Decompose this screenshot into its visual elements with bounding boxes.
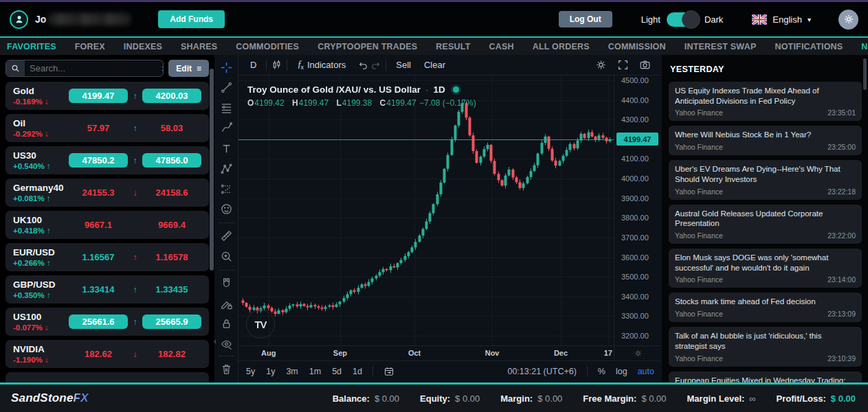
clear-button[interactable]: Clear <box>419 58 451 71</box>
nav-tab[interactable]: CRYPTO <box>318 42 354 52</box>
bid-price[interactable]: 4199.47 <box>69 89 128 103</box>
news-scrollbar[interactable] <box>863 58 867 90</box>
bid-price[interactable]: 25661.6 <box>69 314 128 329</box>
watchlist-row[interactable]: UK100 +0.418% ↑ 9667.1 9669.4 <box>5 211 209 239</box>
chart-type-candles-icon[interactable] <box>271 59 282 71</box>
bid-price[interactable]: 1.16567 <box>69 250 128 264</box>
watchlist-row[interactable]: US100 -0.077% ↓ 25661.6 ↑ 25665.9 <box>5 308 209 336</box>
ask-price[interactable]: 1.16578 <box>142 250 201 264</box>
toolbar-collapse-icon[interactable]: ‹ <box>214 336 219 346</box>
bid-price[interactable]: 182.62 <box>69 347 128 361</box>
bid-price[interactable]: 57.97 <box>69 121 128 135</box>
symbol-title[interactable]: Troy Ounce of Gold /XAU/ vs. US Dollar ·… <box>247 84 476 95</box>
watchlist-row[interactable]: NVIDIA -1.190% ↓ 182.62 ↓ 182.82 <box>5 340 209 368</box>
ask-price[interactable]: 47856.0 <box>142 153 201 168</box>
bid-price[interactable]: 446.07 <box>69 379 128 382</box>
undo-icon[interactable] <box>357 60 368 71</box>
measure-tool-icon[interactable] <box>216 227 236 245</box>
ask-price[interactable]: 24158.6 <box>142 185 201 200</box>
nav-tab[interactable]: SHARES <box>181 42 217 52</box>
emoji-tool-icon[interactable] <box>216 200 236 218</box>
auto-scale-button[interactable]: auto <box>638 367 654 376</box>
log-scale-button[interactable]: log <box>616 367 627 376</box>
ask-price[interactable]: 446.56 <box>142 379 201 382</box>
nav-tab[interactable]: COMMISSION <box>608 42 666 52</box>
brand-logo[interactable]: SandStoneFX <box>11 391 89 405</box>
price-axis[interactable]: 4199.47 4500.004400.004300.004100.004000… <box>614 76 662 345</box>
news-item[interactable]: Talk of an AI bubble is just 'ridiculous… <box>669 327 862 366</box>
nav-tab[interactable]: NOTIFICATIONS <box>775 42 843 52</box>
theme-toggle[interactable] <box>667 12 698 27</box>
redo-icon[interactable] <box>370 60 381 71</box>
remove-drawings-trash-icon[interactable] <box>216 360 236 378</box>
range-button[interactable]: 1d <box>353 367 362 376</box>
range-button[interactable]: 1m <box>309 367 321 376</box>
user-avatar[interactable] <box>10 10 28 29</box>
lock-all-tool-icon[interactable] <box>216 315 236 333</box>
time-axis[interactable]: AugSepOctNovDec17 <box>238 345 662 360</box>
nav-tab[interactable]: FOREX <box>75 42 105 52</box>
nav-tab[interactable]: INDEXES <box>124 42 162 52</box>
news-item[interactable]: Elon Musk says DOGE was only 'somewhat s… <box>669 249 862 288</box>
fullscreen-icon[interactable] <box>617 59 629 71</box>
edit-watchlist-button[interactable]: Edit ≡ <box>168 60 209 77</box>
percent-scale-button[interactable]: % <box>598 367 605 376</box>
news-item[interactable]: Austral Gold Releases Updated Corporate … <box>669 205 862 244</box>
watchlist-row[interactable]: Tesla 446.07 ↓ 446.56 <box>5 372 209 382</box>
go-to-date-icon[interactable] <box>383 366 394 377</box>
chart-settings-gear-icon[interactable] <box>595 59 607 71</box>
sell-button[interactable]: Sell <box>390 58 416 71</box>
news-item[interactable]: Where Will Nebius Stock Be in 1 Year? Ya… <box>669 126 862 155</box>
axis-settings-icon[interactable] <box>614 346 662 360</box>
news-item[interactable]: European Equities Mixed in Wednesday Tra… <box>669 371 862 382</box>
language-selector[interactable]: English ▾ <box>752 14 811 25</box>
nav-tab[interactable]: ALL ORDERS <box>533 42 590 52</box>
watchlist-row[interactable]: Germany40 +0.081% ↑ 24155.3 ↓ 24158.6 <box>5 179 209 207</box>
ask-price[interactable]: 182.82 <box>142 347 201 361</box>
range-button[interactable]: 3m <box>286 367 298 376</box>
bid-price[interactable]: 1.33414 <box>69 282 128 297</box>
watchlist-row[interactable]: Oil -0.292% ↓ 57.97 ↑ 58.03 <box>5 114 209 142</box>
watchlist-scrollbar[interactable] <box>210 69 214 271</box>
screenshot-camera-icon[interactable] <box>639 59 651 71</box>
watchlist-row[interactable]: US30 +0.540% ↑ 47850.2 ↑ 47856.0 <box>5 146 209 174</box>
news-item[interactable]: US Equity Indexes Trade Mixed Ahead of A… <box>669 82 862 121</box>
forecast-tool-icon[interactable] <box>216 180 236 198</box>
nav-tab[interactable]: NEWS <box>861 42 868 52</box>
add-funds-button[interactable]: Add Funds <box>158 10 225 28</box>
fib-retracement-tool-icon[interactable] <box>216 99 236 117</box>
clock-timezone[interactable]: 00:13:21 (UTC+6) <box>507 367 576 376</box>
range-button[interactable]: 1y <box>266 367 275 376</box>
text-tool-icon[interactable] <box>216 139 236 157</box>
brush-tool-icon[interactable] <box>216 119 236 137</box>
search-input[interactable] <box>25 63 155 73</box>
bid-price[interactable]: 9667.1 <box>69 218 128 232</box>
log-out-button[interactable]: Log Out <box>559 11 612 27</box>
nav-tab[interactable]: COMMODITIES <box>236 42 299 52</box>
nav-tab[interactable]: FAVORITES <box>7 42 56 52</box>
ask-price[interactable]: 1.33435 <box>142 282 201 297</box>
news-item[interactable]: Uber's EV Dreams Are Dying--Here's Why T… <box>669 160 862 199</box>
interval-button[interactable]: D <box>245 58 262 71</box>
range-button[interactable]: 5y <box>246 367 255 376</box>
watchlist-row[interactable]: Gold -0.169% ↓ 4199.47 ↑ 4200.03 <box>5 82 209 110</box>
watchlist-row[interactable]: GBP/USD +0.350% ↑ 1.33414 ↑ 1.33435 <box>5 275 209 304</box>
bid-price[interactable]: 47850.2 <box>69 153 128 168</box>
trend-line-tool-icon[interactable] <box>216 78 236 96</box>
range-button[interactable]: 5d <box>332 367 342 376</box>
watchlist-row[interactable]: EUR/USD +0.266% ↑ 1.16567 ↑ 1.16578 <box>5 243 209 271</box>
nav-tab[interactable]: RESULT <box>436 42 470 52</box>
hide-drawings-tool-icon[interactable] <box>216 335 236 353</box>
clear-search-icon[interactable]: × <box>155 62 164 74</box>
nav-tab[interactable]: INTEREST SWAP <box>685 42 757 52</box>
ask-price[interactable]: 58.03 <box>142 121 201 135</box>
nav-tab[interactable]: CASH <box>489 42 514 52</box>
magnet-tool-icon[interactable] <box>216 275 236 293</box>
zoom-in-tool-icon[interactable] <box>216 247 236 265</box>
nav-tab[interactable]: OPEN TRADES <box>354 42 418 52</box>
theme-toggle-knob[interactable] <box>682 10 700 29</box>
candlestick-chart[interactable] <box>238 76 614 345</box>
crosshair-tool-icon[interactable] <box>216 58 236 76</box>
bid-price[interactable]: 24155.3 <box>69 185 128 200</box>
drawing-lock-tool-icon[interactable] <box>216 295 236 312</box>
